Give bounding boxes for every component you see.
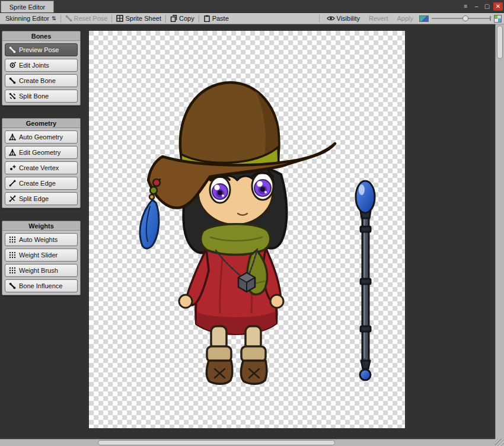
sprite-canvas[interactable]	[89, 31, 405, 428]
hat-feather-charm	[140, 179, 160, 249]
bone-icon	[9, 282, 16, 289]
left-boot-cuff	[207, 346, 231, 362]
rgba-grid-icon[interactable]	[494, 15, 502, 23]
weight-dots-icon	[9, 267, 16, 274]
toolbar-separator	[165, 15, 166, 23]
minimize-icon[interactable]: –	[472, 2, 481, 11]
close-icon[interactable]: ✕	[493, 2, 503, 11]
apply-label: Apply	[397, 15, 413, 22]
updown-caret-icon: ⇅	[52, 15, 56, 21]
vertical-scrollbar-thumb[interactable]	[497, 26, 503, 59]
skinning-editor-dropdown[interactable]: Skinning Editor ⇅	[2, 14, 59, 24]
button-label: Bone Influence	[19, 282, 62, 289]
bone-icon	[9, 77, 16, 84]
bone-influence-button[interactable]: Bone Influence	[5, 279, 78, 292]
mode-label: Skinning Editor	[5, 15, 49, 22]
staff-sprite	[356, 181, 375, 380]
split-edge-icon	[9, 195, 16, 202]
edit-geometry-button[interactable]: Edit Geometry	[5, 146, 78, 159]
visibility-button[interactable]: Visibility	[324, 14, 363, 24]
apply-button[interactable]: Apply	[394, 14, 416, 24]
paste-button[interactable]: Paste	[200, 14, 232, 24]
skinning-canvas-viewport[interactable]: Bones Preview Pose Edit Joints Create Bo…	[0, 24, 495, 439]
panel-title: Weights	[2, 221, 80, 231]
horizontal-scrollbar[interactable]	[0, 439, 495, 446]
button-label: Split Edge	[19, 195, 49, 202]
reset-pose-button[interactable]: Reset Pose	[62, 14, 111, 24]
toolbar-separator	[60, 15, 61, 23]
vertical-scrollbar[interactable]	[495, 24, 504, 439]
button-label: Create Vertex	[19, 164, 59, 171]
mesh-icon	[9, 149, 16, 156]
toolbar-separator	[111, 15, 112, 23]
joint-icon	[9, 62, 16, 69]
auto-weights-button[interactable]: Auto Weights	[5, 233, 78, 246]
weight-slider-button[interactable]: Weight Slider	[5, 249, 78, 262]
right-hand	[270, 295, 283, 308]
button-label: Edit Joints	[19, 62, 49, 69]
button-label: Create Edge	[19, 180, 56, 187]
copy-button[interactable]: Copy	[167, 14, 197, 24]
panel-title: Geometry	[2, 119, 80, 128]
slider-track	[432, 18, 491, 19]
copy-icon	[170, 15, 177, 22]
window-titlebar: Sprite Editor ≡ – ▢ ✕	[0, 0, 504, 13]
weight-dots-icon	[9, 236, 16, 243]
split-bone-button[interactable]: Split Bone	[5, 90, 78, 103]
split-edge-button[interactable]: Split Edge	[5, 192, 78, 205]
create-bone-button[interactable]: Create Bone	[5, 74, 78, 87]
overlay-color-swatch[interactable]	[419, 15, 429, 22]
create-edge-button[interactable]: Create Edge	[5, 177, 78, 190]
slider-thumb[interactable]	[462, 15, 468, 21]
sprite-sheet-icon	[116, 15, 123, 22]
window-controls: ≡ – ▢ ✕	[461, 0, 504, 12]
paste-icon	[203, 15, 210, 22]
preview-pose-button[interactable]: Preview Pose	[5, 43, 78, 56]
window-menu-icon[interactable]: ≡	[461, 2, 470, 11]
button-label: Auto Weights	[19, 236, 58, 243]
bone-icon	[65, 15, 72, 22]
scarf	[201, 224, 270, 255]
right-eye	[252, 173, 273, 200]
button-label: Preview Pose	[19, 46, 59, 53]
weight-dots-icon	[9, 251, 16, 259]
sprite-sheet-label: Sprite Sheet	[125, 15, 161, 22]
button-label: Edit Geometry	[19, 149, 60, 156]
vertex-icon	[9, 164, 16, 171]
copy-label: Copy	[179, 15, 194, 22]
paste-label: Paste	[212, 15, 229, 22]
weight-brush-button[interactable]: Weight Brush	[5, 264, 78, 277]
reset-pose-label: Reset Pose	[74, 15, 108, 22]
toolbar-separator	[199, 15, 199, 23]
button-label: Weight Slider	[19, 251, 58, 259]
eye-icon	[327, 15, 335, 21]
button-label: Split Bone	[19, 93, 49, 100]
visibility-label: Visibility	[337, 15, 361, 22]
button-label: Weight Brush	[19, 267, 58, 274]
revert-button[interactable]: Revert	[366, 14, 391, 24]
mesh-icon	[9, 133, 16, 141]
opacity-slider[interactable]	[432, 15, 491, 22]
auto-geometry-button[interactable]: Auto Geometry	[5, 130, 78, 144]
tool-panels: Bones Preview Pose Edit Joints Create Bo…	[2, 31, 81, 308]
maximize-icon[interactable]: ▢	[483, 2, 492, 11]
left-eye	[210, 177, 230, 203]
edge-icon	[9, 180, 16, 187]
resize-grip[interactable]	[495, 439, 504, 446]
right-boot-cuff	[241, 346, 266, 362]
edit-joints-button[interactable]: Edit Joints	[5, 59, 78, 72]
create-vertex-button[interactable]: Create Vertex	[5, 161, 78, 174]
bone-icon	[9, 46, 16, 53]
horizontal-scrollbar-thumb[interactable]	[98, 440, 335, 445]
sprite-editor-tab[interactable]: Sprite Editor	[1, 1, 54, 12]
toolbar: Skinning Editor ⇅ Reset Pose Sprite Shee…	[0, 13, 504, 24]
bones-panel: Bones Preview Pose Edit Joints Create Bo…	[2, 31, 81, 106]
weights-panel: Weights Auto Weights Weight Slider Weigh…	[2, 221, 81, 295]
geometry-panel: Geometry Auto Geometry Edit Geometry Cre…	[2, 118, 81, 208]
witch-character	[140, 82, 335, 384]
revert-label: Revert	[369, 15, 388, 22]
toolbar-right-group: Visibility Revert Apply	[318, 14, 502, 24]
sprite-sheet-button[interactable]: Sprite Sheet	[113, 14, 164, 24]
panel-title: Bones	[2, 31, 80, 41]
tab-title: Sprite Editor	[9, 4, 46, 11]
